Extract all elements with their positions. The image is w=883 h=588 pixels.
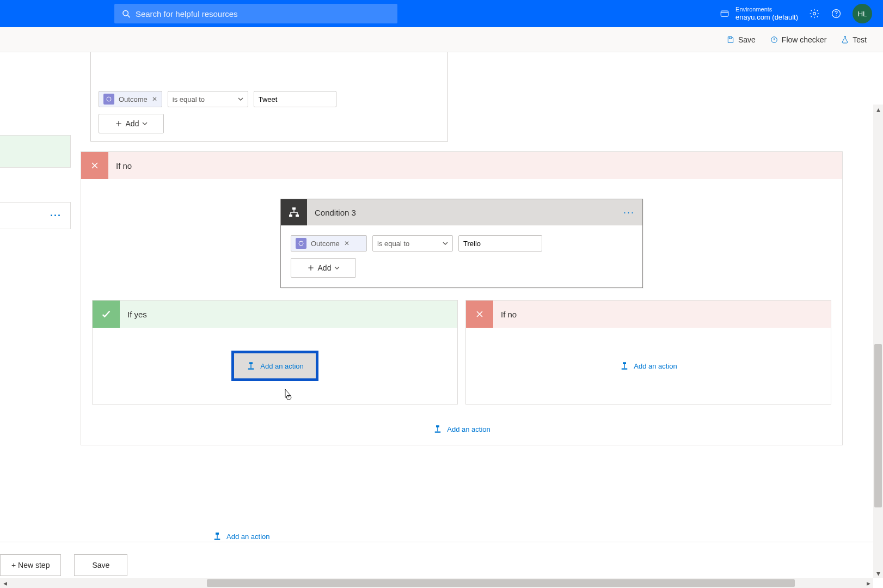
svg-rect-10	[289, 215, 292, 217]
toolbar-save[interactable]: Save	[726, 35, 756, 44]
scroll-left-icon[interactable]: ◂	[0, 578, 10, 588]
flow-checker-icon	[770, 35, 778, 44]
scroll-up-icon[interactable]: ▴	[873, 105, 883, 114]
environment-picker[interactable]: Environments enayu.com (default)	[719, 6, 798, 22]
if-yes-stub	[0, 135, 71, 168]
chevron-down-icon	[238, 96, 243, 102]
user-avatar[interactable]: HL	[853, 4, 872, 23]
condition-value-chip[interactable]: Outcome ✕	[99, 91, 162, 107]
operator-dropdown[interactable]: is equal to	[168, 91, 248, 107]
scroll-down-icon[interactable]: ▾	[873, 568, 883, 578]
if-yes-branch: If yes Add an action	[92, 300, 458, 405]
if-no-title-inner: If no	[501, 310, 517, 319]
add-action-label: Add an action	[226, 532, 270, 541]
svg-rect-6	[729, 36, 732, 38]
save-button[interactable]: Save	[74, 554, 127, 576]
condition-value-chip[interactable]: Outcome ✕	[291, 235, 367, 252]
add-action-label: Add an action	[634, 362, 677, 370]
operator-value: is equal to	[173, 95, 205, 103]
chip-label: Outcome	[119, 95, 148, 103]
add-action-highlighted[interactable]: Add an action	[231, 351, 318, 381]
svg-point-3	[813, 13, 816, 15]
svg-rect-2	[721, 11, 728, 16]
search-box[interactable]	[114, 4, 397, 23]
add-action-label: Add an action	[260, 362, 304, 370]
flow-canvas[interactable]: Outcome ✕ is equal to Add ···	[0, 52, 883, 588]
add-action-link-mid[interactable]: Add an action	[433, 424, 490, 434]
dynamic-content-icon	[103, 94, 114, 105]
chevron-down-icon	[443, 241, 448, 246]
more-menu-icon[interactable]: ···	[623, 207, 635, 218]
operator-dropdown[interactable]: is equal to	[372, 235, 453, 252]
condition-value-input[interactable]	[254, 91, 336, 107]
svg-rect-14	[248, 369, 254, 370]
scroll-thumb[interactable]	[874, 344, 882, 507]
condition-value-input[interactable]	[458, 235, 542, 252]
editor-toolbar: Save Flow checker Test	[0, 27, 883, 52]
toolbar-flow-checker-label: Flow checker	[782, 35, 826, 44]
svg-point-5	[836, 15, 837, 16]
condition-icon	[281, 199, 307, 225]
svg-rect-18	[435, 432, 441, 433]
horizontal-scrollbar[interactable]: ◂ ▸	[0, 578, 873, 588]
svg-point-8	[107, 97, 111, 101]
test-icon	[841, 35, 849, 44]
save-icon	[726, 35, 735, 44]
toolbar-flow-checker[interactable]: Flow checker	[770, 35, 826, 44]
if-no-branch-container: If no Condition 3 ···	[81, 151, 843, 445]
action-card-stub[interactable]: ···	[0, 202, 71, 229]
check-icon	[93, 301, 120, 328]
condition-3-title: Condition 3	[315, 208, 356, 217]
vertical-scrollbar[interactable]: ▴ ▾	[873, 105, 883, 578]
chevron-down-icon	[334, 265, 340, 271]
condition-card-top: Outcome ✕ is equal to Add	[90, 52, 448, 142]
app-header: Environments enayu.com (default) HL	[0, 0, 883, 27]
if-no-branch-inner: If no Add an action	[465, 300, 831, 405]
svg-point-0	[123, 10, 128, 15]
plus-icon	[115, 120, 122, 127]
plus-icon	[307, 264, 315, 272]
add-action-icon	[212, 531, 222, 541]
search-input[interactable]	[136, 9, 391, 19]
scroll-right-icon[interactable]: ▸	[863, 578, 873, 588]
chip-label: Outcome	[311, 240, 340, 248]
svg-point-12	[299, 241, 303, 246]
svg-line-1	[128, 15, 130, 17]
environment-label: Environments	[735, 6, 798, 13]
toolbar-test-label: Test	[853, 35, 867, 44]
chip-remove-icon[interactable]: ✕	[344, 240, 349, 247]
add-action-link-bottom[interactable]: Add an action	[212, 531, 270, 541]
if-no-header[interactable]: If no	[81, 152, 842, 179]
add-action-icon	[433, 424, 443, 434]
operator-value: is equal to	[377, 240, 409, 248]
more-menu-icon[interactable]: ···	[50, 210, 62, 222]
dynamic-content-icon	[296, 238, 306, 249]
svg-rect-9	[292, 207, 296, 210]
chip-remove-icon[interactable]: ✕	[152, 95, 157, 103]
toolbar-test[interactable]: Test	[841, 35, 867, 44]
add-action-icon	[620, 361, 629, 371]
environment-icon	[719, 8, 730, 19]
add-action-link[interactable]: Add an action	[620, 361, 677, 371]
if-yes-header[interactable]: If yes	[93, 301, 457, 328]
add-action-icon	[246, 361, 256, 371]
if-yes-title: If yes	[127, 310, 147, 319]
svg-rect-13	[249, 362, 253, 364]
svg-rect-15	[623, 362, 626, 364]
add-row-button[interactable]: Add	[291, 258, 356, 278]
settings-icon[interactable]	[809, 8, 820, 19]
if-no-header-inner[interactable]: If no	[466, 301, 831, 328]
new-step-button[interactable]: + New step	[0, 554, 61, 576]
condition-3-header[interactable]: Condition 3 ···	[281, 199, 642, 225]
svg-rect-17	[436, 425, 439, 427]
search-icon	[121, 8, 131, 19]
x-icon	[466, 301, 493, 328]
chevron-down-icon	[142, 121, 148, 126]
svg-rect-11	[296, 215, 299, 217]
toolbar-save-label: Save	[738, 35, 756, 44]
scroll-thumb[interactable]	[207, 579, 795, 587]
if-no-title: If no	[116, 161, 132, 170]
help-icon[interactable]	[831, 8, 842, 19]
add-row-label: Add	[126, 119, 139, 128]
add-row-button[interactable]: Add	[99, 114, 164, 133]
